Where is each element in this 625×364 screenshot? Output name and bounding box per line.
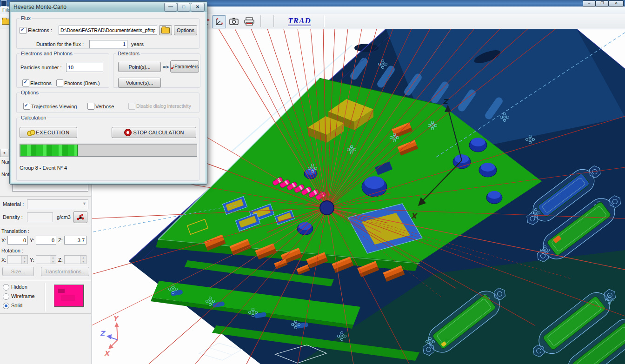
separator <box>0 313 91 314</box>
electrons-flux-checkbox[interactable]: ✓ <box>20 27 27 34</box>
flux-file-input[interactable] <box>59 26 157 35</box>
duration-label: Duration for the flux : <box>36 41 84 47</box>
separator <box>0 196 91 197</box>
spin-up-icon[interactable]: ▲ <box>22 256 27 260</box>
duration-unit: years <box>131 41 144 47</box>
dialog-minimize-button[interactable]: — <box>164 3 177 12</box>
parameters-button[interactable]: Parameters <box>170 60 199 73</box>
render-mode-solid-radio[interactable] <box>3 303 9 309</box>
z-label: Z: <box>58 257 63 263</box>
main-close-button[interactable]: ✕ <box>609 0 624 7</box>
application-window: ZXYZX – ❐ ✕ File <box>0 0 625 364</box>
execution-icon <box>27 130 34 135</box>
spin-down-icon[interactable]: ▼ <box>80 260 86 264</box>
dialog-title: Reverse Monte-Carlo <box>13 4 66 10</box>
points-button[interactable]: Point(s)... <box>118 62 161 72</box>
trajectories-checkbox[interactable]: ✓ <box>23 103 30 110</box>
photons-checkbox[interactable] <box>56 79 63 86</box>
check-icon: ✓ <box>24 102 28 108</box>
render-mode-wireframe-radio[interactable] <box>3 293 9 300</box>
chevron-down-icon: ▼ <box>82 201 86 206</box>
toolbar-separator <box>260 15 261 27</box>
y-label: Y: <box>30 238 34 243</box>
x-label: X: <box>1 257 6 263</box>
molecule-icon <box>171 64 173 70</box>
open-folder-icon <box>161 27 170 33</box>
render-mode-label: Hidden <box>11 284 27 290</box>
options-legend: Options <box>20 90 40 95</box>
y-label: Y: <box>30 257 34 263</box>
material-dropdown[interactable]: ▼ <box>27 199 88 209</box>
printer-icon <box>244 17 255 26</box>
translation-label: Translation : <box>1 228 29 234</box>
stop-icon <box>124 129 132 136</box>
render-mode-hidden-radio[interactable] <box>3 284 9 291</box>
photons-label: Photons (Brem.) <box>64 80 100 86</box>
duration-input[interactable] <box>89 40 127 48</box>
translation-z-input[interactable] <box>64 236 86 245</box>
density-input[interactable] <box>27 212 53 222</box>
rotation-x-stepper[interactable]: ▲▼ <box>7 255 28 264</box>
toolbar-separator <box>273 15 274 27</box>
dialog-body: Flux ✓ Electrons : Options Duration for … <box>11 12 206 183</box>
swatch-mark <box>61 295 75 301</box>
options-group: Options ✓ Trajectories Viewing Verbose D… <box>16 90 199 113</box>
axes-icon <box>214 17 224 26</box>
transformations-button[interactable]: Transformations... <box>41 267 89 276</box>
detectors-group: Detectors Point(s)... => Parameters Volu… <box>113 51 200 88</box>
toolbar-separator <box>324 15 325 27</box>
verbose-label: Verbose <box>95 104 114 109</box>
execution-button[interactable]: EXECUTION <box>20 127 77 138</box>
screenshot-button[interactable] <box>227 15 240 27</box>
progress-fill <box>20 145 78 156</box>
translation-x-input[interactable] <box>7 236 28 245</box>
material-picker-button[interactable] <box>73 211 87 223</box>
flux-legend: Flux <box>20 15 32 21</box>
calculation-progressbar <box>20 144 197 157</box>
divider <box>45 283 46 311</box>
electrons-label: Electrons <box>30 80 52 86</box>
verbose-checkbox[interactable] <box>87 103 94 110</box>
rotation-label: Rotation : <box>1 248 23 253</box>
density-label: Density : <box>3 214 23 220</box>
spin-up-icon[interactable]: ▲ <box>50 256 56 260</box>
translation-y-input[interactable] <box>36 236 56 245</box>
volumes-button[interactable]: Volume(s)... <box>118 78 161 88</box>
rotation-z-stepper[interactable]: ▲▼ <box>64 255 86 264</box>
trajectories-label: Trajectories Viewing <box>31 104 77 109</box>
check-icon: ✓ <box>23 79 27 85</box>
spin-up-icon[interactable]: ▲ <box>80 256 86 260</box>
dialog-maximize-button[interactable]: □ <box>177 3 190 12</box>
flux-options-button[interactable]: Options <box>174 25 197 35</box>
axes-view-button-active[interactable] <box>212 15 226 28</box>
browse-flux-button[interactable] <box>159 25 172 35</box>
particles-number-input[interactable] <box>66 63 103 72</box>
z-label: Z: <box>58 238 63 243</box>
main-maximize-button[interactable]: ❐ <box>596 0 609 7</box>
detectors-arrow: => <box>163 64 169 70</box>
reverse-monte-carlo-dialog[interactable]: Reverse Monte-Carlo — □ ✕ Flux ✓ Electro… <box>9 1 207 185</box>
trad-logo-button: TRAD <box>277 15 322 27</box>
spin-down-icon[interactable]: ▼ <box>22 260 27 264</box>
trad-logo: TRAD <box>288 17 311 26</box>
spin-down-icon[interactable]: ▼ <box>50 260 56 264</box>
check-icon: ✓ <box>20 26 25 33</box>
density-unit: g/cm3 <box>57 214 71 220</box>
stop-calculation-button[interactable]: STOP CALCULATION <box>112 127 196 138</box>
main-minimize-button[interactable]: – <box>583 0 596 7</box>
color-swatch[interactable] <box>54 285 84 307</box>
scroll-left-button[interactable]: ◄ <box>0 149 8 157</box>
print-button[interactable] <box>242 15 256 27</box>
electrons-checkbox[interactable]: ✓ <box>22 79 29 86</box>
rotation-y-stepper[interactable]: ▲▼ <box>36 255 56 264</box>
disable-interactivity-label: Disable dialog interactivity <box>136 104 191 109</box>
size-button[interactable]: Size... <box>2 267 34 276</box>
particles-number-label: Particles number : <box>20 65 62 70</box>
dialog-close-button[interactable]: ✕ <box>191 3 205 12</box>
separator <box>0 280 91 281</box>
electrons-photons-group: Electrons and Photons Particles number :… <box>16 51 109 88</box>
render-mode-label: Solid <box>11 303 22 308</box>
app-icon <box>1 0 7 7</box>
render-mode-label: Wireframe <box>11 293 35 299</box>
calculation-status: Group 8 - Event N° 4 <box>20 165 67 171</box>
